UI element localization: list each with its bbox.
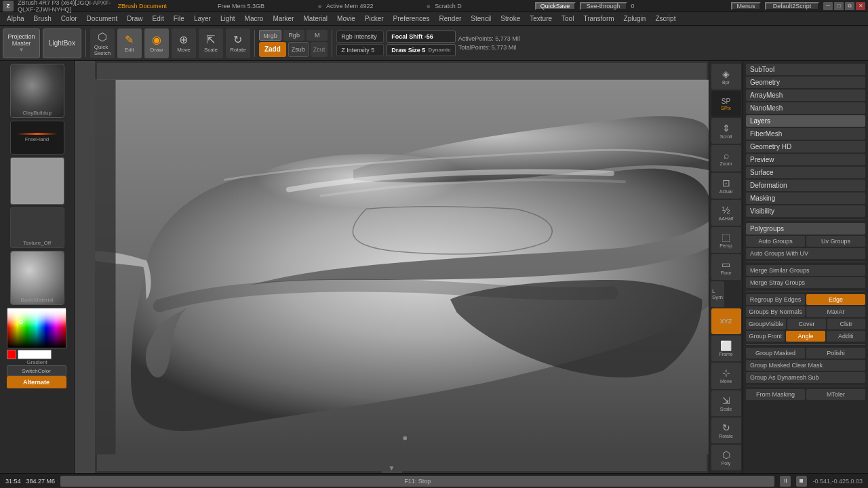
regroup-edges-button[interactable]: Regroup By Edges xyxy=(746,294,805,305)
secondary-color-swatch[interactable] xyxy=(18,350,52,359)
material-preview[interactable]: BasicMaterial xyxy=(10,251,64,305)
lightbox-button[interactable]: LightBox xyxy=(43,28,81,58)
geometry-hd-header[interactable]: Geometry HD xyxy=(746,141,865,152)
menu-marker[interactable]: Marker xyxy=(269,14,298,24)
close-button[interactable]: ✕ xyxy=(856,2,865,10)
additi-button[interactable]: Additi xyxy=(827,331,865,342)
menu-texture[interactable]: Texture xyxy=(526,14,556,24)
rgb-button[interactable]: Rgb xyxy=(283,30,304,41)
polygroups-header[interactable]: Polygroups xyxy=(746,223,865,235)
see-through-button[interactable]: See-through xyxy=(580,2,627,10)
geometry-header[interactable]: Geometry xyxy=(746,77,865,88)
f11-stop-button[interactable]: F11: Stop xyxy=(60,476,774,487)
clstr-button[interactable]: Clstr xyxy=(827,319,865,329)
from-masking-button[interactable]: From Masking xyxy=(746,389,805,400)
bpr-button[interactable]: ◈ Bpr xyxy=(711,64,741,89)
color-picker[interactable]: Gradient SwitchColor Alternate xyxy=(7,308,68,388)
polish-button[interactable]: Polishi xyxy=(806,348,865,359)
menu-render[interactable]: Render xyxy=(435,14,466,24)
scale-sidebar-button[interactable]: ⇲ Scale xyxy=(711,390,741,416)
fibermesh-header[interactable]: FiberMesh xyxy=(746,128,865,140)
color-gradient[interactable] xyxy=(7,308,66,348)
auto-groups-uv-button[interactable]: Auto Groups With UV xyxy=(746,248,865,259)
group-front-button[interactable]: Group Front xyxy=(746,331,785,342)
zadd-button[interactable]: Zadd xyxy=(259,42,286,57)
menu-edit[interactable]: Edit xyxy=(149,14,168,24)
menu-stencil[interactable]: Stencil xyxy=(467,14,495,24)
maximize-button[interactable]: □ xyxy=(834,2,844,10)
quicksave-button[interactable]: QuickSave xyxy=(535,2,576,10)
edit-button[interactable]: ✎ Edit xyxy=(117,28,142,58)
lsym-button[interactable]: LSym xyxy=(711,281,724,307)
draw-size-display[interactable]: Draw Size 5 Dynamic xyxy=(387,44,455,56)
group-masked-button[interactable]: Group Masked xyxy=(746,348,805,359)
canvas-area[interactable]: ▼ xyxy=(75,61,709,473)
mrgb-button[interactable]: Mrgb xyxy=(259,30,281,41)
zcut-button[interactable]: Zcut xyxy=(311,42,328,57)
aahalf-button[interactable]: ½ AAHalf xyxy=(711,200,741,226)
move-button[interactable]: ⊕ Move xyxy=(172,28,196,58)
menu-stroke[interactable]: Stroke xyxy=(496,14,524,24)
spix-button[interactable]: SP SPix xyxy=(711,91,741,117)
draw-button[interactable]: ◉ Draw xyxy=(144,28,169,58)
switch-color-button[interactable]: SwitchColor xyxy=(7,365,66,376)
default2script-button[interactable]: Default2Script xyxy=(765,2,819,10)
scroll-button[interactable]: ⇕ Scroll xyxy=(711,118,741,144)
alternate-button[interactable]: Alternate xyxy=(7,376,66,388)
minimize-button[interactable]: ─ xyxy=(823,2,833,10)
masking-header[interactable]: Masking xyxy=(746,192,865,204)
menu-picker[interactable]: Picker xyxy=(361,14,388,24)
maxar-button[interactable]: MaxAr xyxy=(806,306,865,317)
brush-preview[interactable]: ClayBuildup xyxy=(10,64,64,118)
pause-button[interactable]: ⏸ xyxy=(780,476,791,487)
poly-button[interactable]: ⬡ Poly xyxy=(711,445,741,470)
scale-button[interactable]: ⇱ Scale xyxy=(199,28,223,58)
rotate-button[interactable]: ↻ Rotate xyxy=(226,28,250,58)
menu-color[interactable]: Color xyxy=(57,14,81,24)
alpha-preview[interactable]: BrushAlpha xyxy=(10,157,64,205)
menu-macro[interactable]: Macro xyxy=(241,14,268,24)
zoom-button[interactable]: ⌕ Zoom xyxy=(711,145,741,171)
menu-preferences[interactable]: Preferences xyxy=(389,14,434,24)
menu-layer[interactable]: Layer xyxy=(190,14,215,24)
persp-button[interactable]: ⬚ Persp xyxy=(711,227,741,253)
groupvisible-button[interactable]: GroupVisible xyxy=(746,319,786,329)
group-as-dynamesh-button[interactable]: Group As Dynamesh Sub xyxy=(746,372,865,383)
model-viewport[interactable] xyxy=(95,61,709,473)
cover-button[interactable]: Cover xyxy=(787,319,825,329)
menu-transform[interactable]: Transform xyxy=(579,14,618,24)
floor-button[interactable]: ▭ Floor xyxy=(711,254,741,280)
mtoler-button[interactable]: MToler xyxy=(806,389,865,400)
menu-document[interactable]: Document xyxy=(83,14,122,24)
menu-movie[interactable]: Movie xyxy=(333,14,359,24)
menu-brush[interactable]: Brush xyxy=(30,14,56,24)
groups-normals-button[interactable]: Groups By Normals xyxy=(746,306,805,317)
menu-light[interactable]: Light xyxy=(216,14,239,24)
menu-draw[interactable]: Draw xyxy=(123,14,146,24)
edge-button[interactable]: Edge xyxy=(806,294,865,305)
stop-button[interactable]: ⏹ xyxy=(796,476,807,487)
arraymesh-header[interactable]: ArrayMesh xyxy=(746,89,865,101)
menu-zplugin[interactable]: Zplugin xyxy=(620,14,650,24)
menu-zscript[interactable]: Zscript xyxy=(651,14,679,24)
m-button[interactable]: M xyxy=(307,30,328,41)
menus-button[interactable]: Menus xyxy=(731,2,761,10)
frame-button[interactable]: ⬜ Frame xyxy=(711,336,741,361)
merge-stray-button[interactable]: Merge Stray Groups xyxy=(746,277,865,288)
layers-header[interactable]: Layers xyxy=(746,115,865,127)
menu-material[interactable]: Material xyxy=(300,14,332,24)
menu-tool[interactable]: Tool xyxy=(557,14,578,24)
menu-file[interactable]: File xyxy=(170,14,189,24)
restore-button[interactable]: ⧉ xyxy=(845,2,854,10)
stroke-preview[interactable]: FreeHand xyxy=(10,121,64,155)
angle-button[interactable]: Angle xyxy=(786,331,825,342)
xyz-button[interactable]: XYZ xyxy=(711,308,741,334)
actual-button[interactable]: ⊡ Actual xyxy=(711,173,741,199)
uv-groups-button[interactable]: Uv Groups xyxy=(806,236,865,247)
texture-preview[interactable]: Texture_Off xyxy=(10,207,64,248)
subtool-header[interactable]: SubTool xyxy=(746,64,865,75)
move-sidebar-button[interactable]: ⊹ Move xyxy=(711,363,741,388)
preview-header[interactable]: Preview xyxy=(746,154,865,165)
scroll-down-indicator[interactable]: ▼ xyxy=(382,463,402,473)
projection-master-button[interactable]: ProjectionMaster ▼ xyxy=(3,28,40,58)
